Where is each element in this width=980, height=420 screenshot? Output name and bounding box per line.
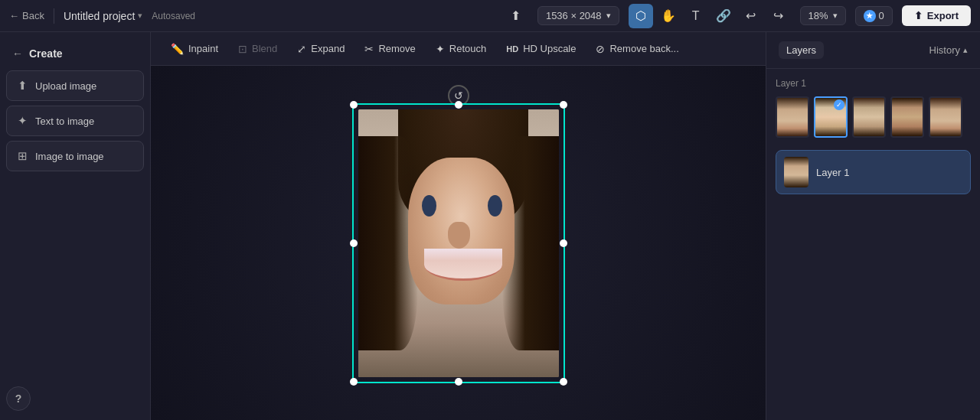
layer-section-title: Layer 1: [776, 78, 971, 89]
project-name[interactable]: Untitled project ▾: [64, 10, 142, 22]
selected-check-icon: ✓: [834, 99, 844, 110]
handle-mid-right[interactable]: [560, 239, 567, 247]
handle-bottom-right[interactable]: [560, 378, 567, 386]
thumb-portrait-3: [854, 98, 884, 136]
credit-icon: ★: [864, 10, 876, 22]
remove-label: Remove: [378, 43, 415, 54]
layer-item-thumb: [784, 157, 808, 187]
handle-mid-left[interactable]: [350, 239, 358, 247]
create-label: Create: [29, 47, 63, 60]
header: ← Back Untitled project ▾ Autosaved ⬆ 15…: [0, 0, 980, 32]
retouch-label: Retouch: [449, 43, 486, 54]
header-tools: ⬆: [504, 4, 528, 28]
layer-thumbnail-2[interactable]: ✓: [814, 96, 848, 138]
upload-image-button[interactable]: ⬆ Upload image: [6, 70, 144, 101]
text-tool-icon[interactable]: T: [684, 4, 708, 28]
zoom-control[interactable]: 18% ▾: [800, 6, 846, 25]
eye-right: [488, 195, 502, 217]
image-to-image-button[interactable]: ⊞ Image to image: [6, 141, 144, 171]
face-smile: [424, 249, 502, 281]
remove-bg-label: Remove back...: [609, 43, 678, 54]
canvas-area: ✏️ Inpaint ⊡ Blend ⤢ Expand ✂ Remove ✦ R…: [151, 32, 766, 420]
hd-upscale-tool[interactable]: HD HD Upscale: [498, 39, 583, 58]
redo-icon[interactable]: ↪: [766, 4, 791, 28]
retouch-tool[interactable]: ✦ Retouch: [428, 39, 494, 59]
canvas-size-selector[interactable]: 1536 × 2048 ▾: [537, 6, 619, 25]
thumb-portrait-5: [930, 98, 961, 136]
layers-panel: Layer 1 ✓: [766, 69, 980, 420]
text-image-icon: ✦: [18, 114, 28, 128]
undo-icon[interactable]: ↩: [739, 4, 763, 28]
handle-bottom-center[interactable]: [455, 378, 462, 386]
back-arrow-icon: ←: [9, 10, 19, 21]
thumb-portrait-1: [777, 98, 808, 136]
sidebar-create-header: ← Create: [6, 41, 144, 66]
body: ← Create ⬆ Upload image ✦ Text to image …: [0, 32, 980, 420]
credit-count: 0: [879, 10, 884, 21]
canvas-toolbar: ✏️ Inpaint ⊡ Blend ⤢ Expand ✂ Remove ✦ R…: [151, 32, 766, 66]
layer-thumbnail-1[interactable]: [776, 96, 809, 138]
layer-thumbnail-3[interactable]: [852, 96, 886, 138]
canvas-image[interactable]: [358, 109, 559, 377]
canvas-image-container[interactable]: ↺: [358, 109, 559, 377]
history-tab-label: History: [929, 44, 960, 56]
layer-item-img: [784, 157, 808, 187]
remove-tool[interactable]: ✂ Remove: [357, 39, 423, 59]
layer-item-label: Layer 1: [816, 167, 849, 178]
inpaint-label: Inpaint: [188, 43, 218, 54]
chevron-down-icon: ▾: [138, 11, 142, 21]
right-sidebar-header: Layers History ▴: [766, 32, 980, 69]
canvas-size-text: 1536 × 2048: [546, 10, 602, 21]
layer-thumbnail-5[interactable]: [929, 96, 962, 138]
handle-bottom-left[interactable]: [350, 378, 358, 386]
autosaved-label: Autosaved: [152, 11, 195, 21]
layers-tab-label: Layers: [786, 44, 816, 56]
remove-icon: ✂: [364, 43, 374, 55]
expand-icon: ⤢: [297, 43, 306, 55]
handle-top-left[interactable]: [350, 101, 358, 109]
text-to-image-button[interactable]: ✦ Text to image: [6, 106, 144, 136]
sidebar-spacer: [6, 176, 144, 382]
chevron-down-icon: ▾: [833, 11, 838, 21]
share-icon[interactable]: ⬆: [504, 4, 528, 28]
expand-label: Expand: [311, 43, 345, 54]
upload-icon: ⬆: [18, 79, 28, 93]
blend-tool[interactable]: ⊡ Blend: [230, 39, 285, 59]
sidebar-tabs: Layers: [779, 41, 824, 59]
chevron-up-icon: ▴: [963, 45, 968, 55]
help-label: ?: [15, 392, 22, 405]
remove-bg-icon: ⊘: [596, 43, 605, 55]
layers-tab[interactable]: Layers: [779, 41, 824, 59]
text-to-image-label: Text to image: [35, 116, 94, 127]
credit-badge: ★ 0: [855, 6, 893, 26]
canvas-tools: ⬡ ✋ T 🔗 ↩ ↪: [629, 4, 791, 28]
link-tool-icon[interactable]: 🔗: [711, 4, 736, 28]
export-arrow-icon: ⬆: [914, 10, 923, 21]
right-sidebar: Layers History ▴ Layer 1 ✓: [766, 32, 980, 420]
zoom-level-text: 18%: [808, 10, 828, 21]
blend-icon: ⊡: [238, 43, 247, 55]
help-button[interactable]: ?: [6, 386, 31, 411]
chevron-down-icon: ▾: [606, 11, 611, 21]
hand-tool-icon[interactable]: ✋: [656, 4, 681, 28]
canvas-viewport[interactable]: ↺: [151, 66, 766, 420]
inpaint-icon: ✏️: [171, 43, 184, 55]
hd-upscale-icon: HD: [506, 44, 518, 54]
expand-tool[interactable]: ⤢ Expand: [289, 39, 352, 59]
layer-item-row[interactable]: Layer 1: [776, 150, 971, 194]
handle-top-right[interactable]: [560, 101, 567, 109]
back-panel-icon: ←: [12, 47, 23, 60]
inpaint-tool[interactable]: ✏️ Inpaint: [163, 39, 226, 59]
blend-label: Blend: [252, 43, 277, 54]
rotate-handle[interactable]: ↺: [448, 85, 469, 106]
history-tab[interactable]: History ▴: [929, 44, 968, 56]
layer-thumbnail-4[interactable]: [890, 96, 924, 138]
face-eyes: [422, 195, 502, 217]
remove-bg-tool[interactable]: ⊘ Remove back...: [588, 39, 686, 59]
select-tool-icon[interactable]: ⬡: [629, 4, 653, 28]
project-name-text: Untitled project: [64, 10, 135, 22]
back-button[interactable]: ← Back: [9, 10, 44, 21]
export-button[interactable]: ⬆ Export: [902, 5, 971, 26]
img-img-icon: ⊞: [18, 149, 28, 163]
export-label: Export: [927, 10, 959, 21]
